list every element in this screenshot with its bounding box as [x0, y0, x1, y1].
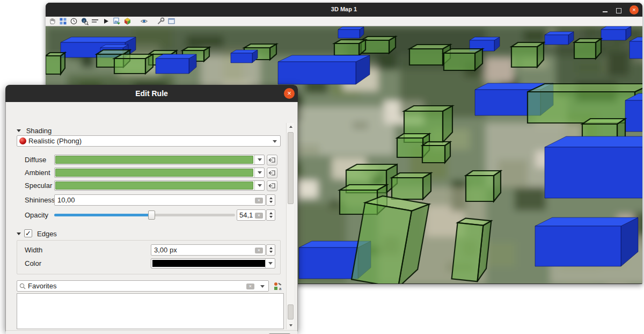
chevron-down-icon[interactable] [254, 168, 264, 177]
clear-icon[interactable] [246, 284, 254, 289]
dialog-title: Edit Rule [5, 89, 298, 98]
svg-text:a: a [279, 286, 281, 291]
scrollbar-down-arrow[interactable] [287, 322, 295, 329]
measure-icon[interactable] [91, 17, 99, 25]
phong-sphere-icon [19, 137, 26, 144]
chevron-down-icon[interactable] [254, 181, 264, 190]
view-eye-icon[interactable] [140, 17, 148, 25]
data-defined-icon [268, 183, 276, 189]
spin-up-icon[interactable] [269, 197, 273, 199]
close-button[interactable] [630, 5, 639, 14]
spin-up-icon[interactable] [269, 247, 273, 249]
style-list[interactable] [17, 293, 284, 329]
specular-label: Specular [25, 181, 52, 190]
edges-width-spinner-buttons[interactable] [266, 244, 275, 256]
diffuse-label: Diffuse [25, 156, 46, 164]
data-defined-icon [268, 157, 276, 163]
spin-down-icon[interactable] [269, 201, 273, 203]
edges-width-spinbox[interactable] [151, 244, 266, 256]
map-toolbar: i [46, 17, 642, 26]
collapse-triangle-icon [17, 129, 21, 132]
clear-icon[interactable] [255, 248, 263, 253]
diffuse-color-swatch [55, 156, 253, 164]
chevron-down-icon[interactable] [265, 259, 275, 268]
options-wrench-icon[interactable] [157, 17, 165, 25]
scrollbar-thumb[interactable] [288, 132, 294, 204]
shininess-spinner-buttons[interactable] [266, 194, 275, 206]
ambient-color-swatch [55, 169, 253, 177]
opacity-spinbox[interactable] [237, 209, 266, 221]
edges-color-swatch [152, 260, 265, 267]
spin-down-icon[interactable] [269, 216, 273, 218]
dialog-scrollbar[interactable] [286, 123, 294, 329]
shininess-spinbox[interactable] [54, 194, 266, 206]
shading-type-value: Realistic (Phong) [28, 137, 82, 145]
clear-icon[interactable] [255, 198, 263, 204]
diffuse-color-button[interactable] [54, 155, 265, 165]
minimize-button[interactable] [603, 11, 608, 12]
save-image-icon[interactable] [113, 17, 121, 25]
dock-view-icon[interactable] [167, 17, 175, 25]
edges-color-button[interactable] [151, 258, 275, 268]
edges-width-label: Width [25, 246, 42, 254]
pan-icon[interactable] [48, 17, 56, 25]
collapse-triangle-icon [17, 233, 21, 235]
identify-icon[interactable]: i [80, 17, 89, 25]
maximize-button[interactable] [616, 8, 621, 13]
specular-color-button[interactable] [54, 180, 265, 191]
opacity-slider-handle[interactable] [148, 210, 155, 220]
ambient-data-defined-button[interactable] [267, 168, 277, 178]
shininess-label: Shininess [25, 196, 55, 204]
style-manager-icon: a [274, 282, 282, 291]
style-manager-button[interactable]: a [273, 281, 283, 291]
specular-color-swatch [55, 181, 253, 190]
style-search-input[interactable] [28, 281, 200, 291]
shininess-input[interactable] [55, 195, 265, 205]
svg-text:i: i [84, 19, 85, 23]
spin-down-icon[interactable] [269, 251, 273, 253]
camera-control-icon[interactable] [59, 17, 67, 25]
export-3d-scene-icon[interactable] [123, 17, 131, 25]
opacity-spinner-buttons[interactable] [266, 209, 275, 221]
ambient-color-button[interactable] [54, 168, 265, 178]
scrollbar-thumb-lower[interactable] [288, 304, 294, 320]
edges-section-header[interactable] [17, 230, 24, 238]
spin-up-icon[interactable] [269, 212, 273, 214]
map-window-titlebar[interactable]: 3D Map 1 [46, 3, 642, 17]
edges-width-input[interactable] [151, 245, 265, 255]
map-window-title: 3D Map 1 [46, 6, 642, 12]
dialog-button-row: OK [6, 330, 297, 334]
style-search-box[interactable] [17, 280, 269, 292]
scrollbar-up-arrow[interactable] [287, 123, 295, 130]
data-defined-icon [268, 170, 276, 176]
desktop: 3D Map 1 i [0, 0, 644, 334]
dialog-titlebar[interactable]: Edit Rule [5, 85, 298, 102]
edges-checkbox[interactable]: ✓ [24, 229, 32, 237]
shading-section-label: Shading [26, 127, 52, 135]
opacity-slider-fill [54, 214, 152, 216]
edges-color-label: Color [25, 259, 41, 267]
animation-clock-icon[interactable] [70, 17, 78, 25]
edit-rule-dialog: Edit Rule Shading Realistic (Phong) Diff… [5, 85, 298, 331]
chevron-down-icon[interactable] [260, 285, 265, 288]
edges-section-label: Edges [37, 230, 57, 238]
play-icon[interactable] [102, 17, 110, 25]
ambient-label: Ambient [25, 169, 50, 177]
opacity-slider[interactable] [54, 214, 235, 216]
shading-section-header[interactable]: Shading [17, 127, 52, 135]
clear-icon[interactable] [255, 213, 263, 219]
opacity-label: Opacity [25, 211, 48, 219]
chevron-down-icon [273, 140, 277, 143]
dialog-body: Shading Realistic (Phong) Diffuse Ambien… [5, 102, 298, 331]
specular-data-defined-button[interactable] [267, 180, 277, 191]
search-icon [19, 283, 26, 290]
diffuse-data-defined-button[interactable] [267, 155, 277, 165]
dialog-close-button[interactable] [284, 88, 295, 99]
shading-type-combobox[interactable]: Realistic (Phong) [17, 135, 281, 147]
chevron-down-icon[interactable] [254, 155, 264, 164]
